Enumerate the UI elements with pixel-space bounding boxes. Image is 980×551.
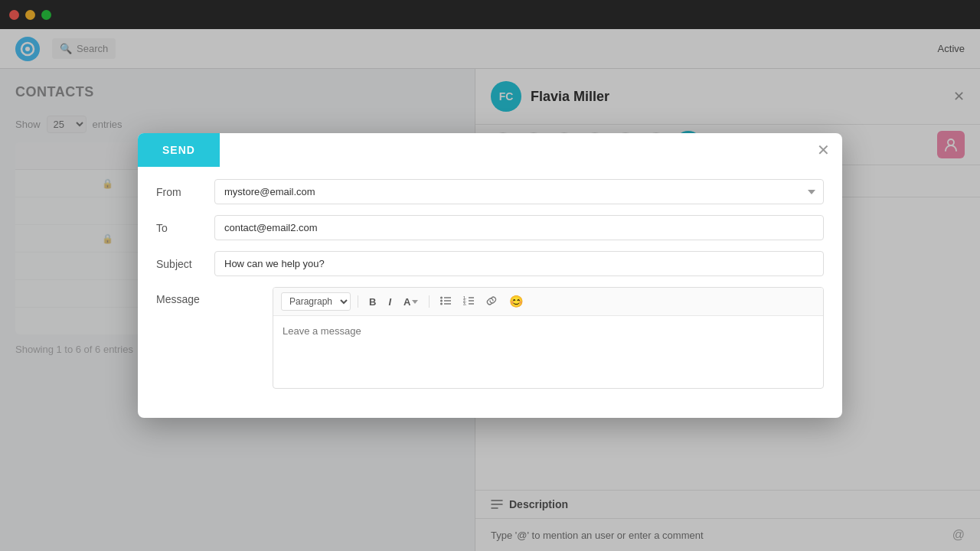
to-input[interactable]: [214, 215, 824, 240]
ordered-list-button[interactable]: 1.2.3.: [459, 295, 478, 309]
modal-close-button[interactable]: ✕: [817, 141, 830, 159]
toolbar-divider-1: [358, 295, 358, 308]
modal-overlay[interactable]: SEND ✕ From mystore@email.com To Subject: [0, 0, 980, 551]
bold-button[interactable]: B: [365, 295, 380, 309]
send-button[interactable]: SEND: [138, 133, 220, 167]
svg-point-6: [440, 296, 443, 298]
italic-button[interactable]: I: [384, 295, 395, 309]
svg-text:3.: 3.: [463, 302, 467, 305]
subject-label: Subject: [156, 258, 202, 270]
from-label: From: [156, 186, 202, 198]
to-label: To: [156, 222, 202, 234]
message-label: Message: [156, 287, 202, 305]
message-format-toolbar: Paragraph B I A: [273, 288, 823, 316]
from-select[interactable]: mystore@email.com: [214, 179, 824, 204]
message-textarea[interactable]: [273, 316, 823, 385]
font-color-button[interactable]: A: [400, 295, 422, 309]
link-button[interactable]: [482, 295, 501, 309]
emoji-button[interactable]: 😊: [505, 293, 528, 310]
subject-input[interactable]: [214, 251, 824, 276]
message-area: Paragraph B I A: [273, 287, 824, 389]
toolbar-divider-2: [429, 295, 430, 308]
email-form: From mystore@email.com To Subject Messag…: [138, 167, 842, 418]
to-row: To: [156, 215, 824, 240]
paragraph-select[interactable]: Paragraph: [281, 292, 351, 311]
from-row: From mystore@email.com: [156, 179, 824, 204]
svg-point-7: [440, 299, 443, 302]
bullet-list-button[interactable]: [436, 295, 455, 309]
svg-point-8: [440, 302, 443, 305]
message-row: Message Paragraph B I A: [156, 287, 824, 389]
email-modal-header: SEND ✕: [138, 133, 842, 167]
subject-row: Subject: [156, 251, 824, 276]
email-modal: SEND ✕ From mystore@email.com To Subject: [138, 133, 842, 418]
